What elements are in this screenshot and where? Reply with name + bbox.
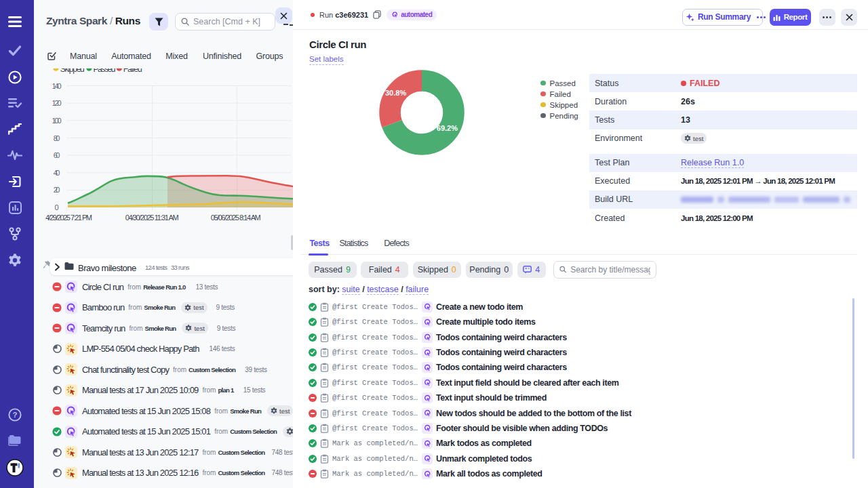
svg-text:100: 100: [52, 117, 62, 125]
svg-text:Skipped: Skipped: [60, 68, 85, 74]
svg-text:Failed: Failed: [123, 68, 142, 74]
svg-text:20: 20: [54, 186, 60, 194]
svg-text:69.2%: 69.2%: [437, 124, 458, 132]
svg-text:05/06/2025 8:14 AM: 05/06/2025 8:14 AM: [211, 214, 261, 222]
svg-text:60: 60: [54, 151, 60, 159]
svg-text:30.8%: 30.8%: [385, 89, 406, 97]
svg-text:?: ?: [12, 411, 17, 419]
svg-text:04/30/2025 11:31 AM: 04/30/2025 11:31 AM: [125, 214, 179, 222]
svg-text:0: 0: [54, 203, 58, 211]
svg-text:120: 120: [52, 99, 62, 107]
svg-text:140: 140: [52, 82, 62, 90]
svg-text:80: 80: [54, 134, 60, 142]
svg-text:40: 40: [54, 169, 60, 177]
svg-text:4/29/2025 7:21 PM: 4/29/2025 7:21 PM: [45, 214, 92, 222]
svg-text:Passed: Passed: [94, 68, 116, 74]
